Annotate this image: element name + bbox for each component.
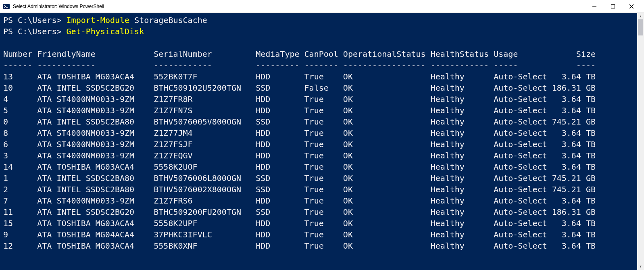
terminal-output[interactable]: PS C:\Users> Import-Module StorageBusCac… <box>0 13 637 270</box>
command: Get-PhysicalDisk <box>67 27 144 36</box>
powershell-icon <box>3 3 10 10</box>
table-row: 15 ATA TOSHIBA MG03ACA4 5558K2UPF HDD Tr… <box>3 218 634 229</box>
table-row: 8 ATA ST4000NM0033-9ZM Z1Z77JM4 HDD True… <box>3 127 634 139</box>
scrollbar-thumb[interactable] <box>638 19 643 35</box>
table-row: 9 ATA TOSHIBA MG04ACA4 37PHKC3IFVLC HDD … <box>3 229 634 240</box>
table-row: 7 ATA ST4000NM0033-9ZM Z1Z7FRS6 HDD True… <box>3 195 634 206</box>
table-row: 3 ATA ST4000NM0033-9ZM Z1Z7EQGV HDD True… <box>3 150 634 161</box>
scroll-down-arrow[interactable]: ▼ <box>637 263 644 270</box>
command: Import-Module <box>67 15 130 25</box>
scroll-up-arrow[interactable]: ▲ <box>637 13 644 20</box>
prompt-line: PS C:\Users> Import-Module StorageBusCac… <box>3 15 634 26</box>
table-row: 4 ATA ST4000NM0033-9ZM Z1Z7FR8R HDD True… <box>3 93 634 105</box>
table-separator: ------ ------------ ------------ -------… <box>3 60 634 71</box>
table-row: 13 ATA TOSHIBA MG03ACA4 552BK0T7F HDD Tr… <box>3 71 634 82</box>
table-row: 12 ATA TOSHIBA MG03ACA4 555BK0XNF HDD Tr… <box>3 240 634 251</box>
table-header: Number FriendlyName SerialNumber MediaTy… <box>3 48 634 60</box>
vertical-scrollbar[interactable]: ▲ ▼ <box>637 13 644 270</box>
svg-rect-0 <box>3 4 10 9</box>
prompt-line: PS C:\Users> Get-PhysicalDisk <box>3 26 634 37</box>
maximize-button[interactable] <box>604 0 622 13</box>
window-title: Select Administrator: Windows PowerShell <box>13 4 585 9</box>
table-row: 5 ATA ST4000NM0033-9ZM Z1Z7FN7S HDD True… <box>3 105 634 116</box>
command-arg: StorageBusCache <box>134 15 207 25</box>
svg-rect-3 <box>611 4 615 8</box>
table-row: 11 ATA INTEL SSDSC2BG20 BTHC509200FU200T… <box>3 206 634 218</box>
table-row: 14 ATA TOSHIBA MG03ACA4 5558K2UOF HDD Tr… <box>3 161 634 172</box>
prompt: PS C:\Users> <box>3 27 62 36</box>
table-row: 10 ATA INTEL SSDSC2BG20 BTHC509102U5200T… <box>3 82 634 93</box>
terminal-area: PS C:\Users> Import-Module StorageBusCac… <box>0 13 644 270</box>
close-button[interactable] <box>622 0 641 13</box>
table-row: 1 ATA INTEL SSDSC2BA80 BTHV5076006L800OG… <box>3 172 634 184</box>
prompt: PS C:\Users> <box>3 15 62 25</box>
table-row: 6 ATA ST4000NM0033-9ZM Z1Z7FSJF HDD True… <box>3 139 634 150</box>
table-row: 0 ATA INTEL SSDSC2BA80 BTHV5076005V800OG… <box>3 116 634 127</box>
window-controls <box>585 0 641 13</box>
blank-line <box>3 37 634 48</box>
table-row: 2 ATA INTEL SSDSC2BA80 BTHV5076002X800OG… <box>3 184 634 195</box>
minimize-button[interactable] <box>585 0 604 13</box>
window-titlebar: Select Administrator: Windows PowerShell <box>0 0 644 13</box>
